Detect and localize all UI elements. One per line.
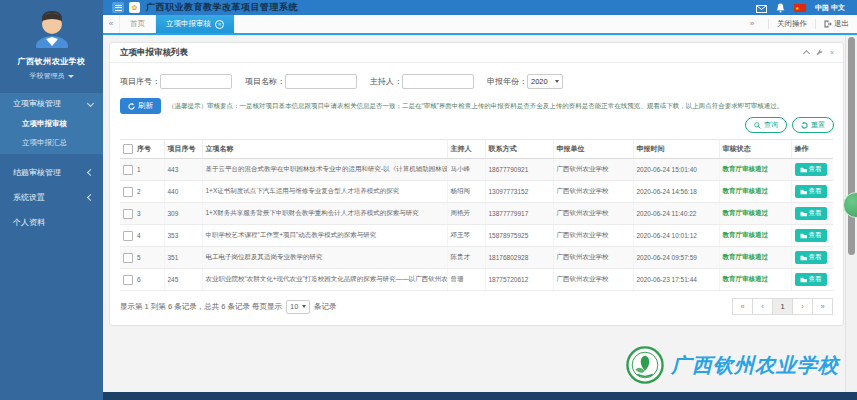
cell-project-no: 245 <box>164 269 202 291</box>
project-name-label: 项目名称： <box>245 76 285 87</box>
row-checkbox[interactable] <box>123 165 133 175</box>
wrench-icon[interactable] <box>816 49 823 57</box>
tab-application-review[interactable]: 立项申报审核 × <box>156 15 235 33</box>
cell-action: 查看 <box>791 269 833 291</box>
cell-organization: 广西钦州农业学校 <box>553 247 633 269</box>
page-next-button[interactable]: › <box>792 298 813 315</box>
cell-apply-time: 2020-06-24 14:56:18 <box>633 181 719 203</box>
reset-button[interactable]: 重置 <box>792 117 834 133</box>
watermark-text: 广西钦州农业学校 <box>671 352 839 379</box>
refresh-button[interactable]: 刷新 <box>120 98 161 114</box>
sidebar-item-conclusion-review-mgmt[interactable]: 结题审核管理 <box>0 162 103 183</box>
sidebar-item-project-review-mgmt[interactable]: 立项审核管理 <box>0 93 103 114</box>
divider <box>768 19 769 29</box>
tabs-scroll-left-icon[interactable]: « <box>103 15 120 33</box>
row-checkbox[interactable] <box>123 209 133 219</box>
row-checkbox[interactable] <box>123 253 133 263</box>
page-size-select[interactable]: 10 <box>286 300 310 314</box>
tab-close-icon[interactable]: × <box>215 20 224 29</box>
table-row: 24401+X证书制度试点下汽车运用与维修专业复合型人才培养模式的探究杨绍闯13… <box>120 181 833 203</box>
scrollbar-thumb[interactable] <box>848 37 855 255</box>
filter-bar: 项目序号： 项目名称： 主持人： 申报年份： 2020 <box>120 74 833 89</box>
table-row: 6245农业职业院校“农耕文化+现代农业”打造校园文化品牌的探索与研究——以广西… <box>120 269 833 291</box>
project-no-input[interactable] <box>160 74 232 89</box>
menu-toggle-button[interactable] <box>112 2 124 13</box>
view-button[interactable]: 查看 <box>795 251 827 264</box>
chevron-down-icon <box>87 100 94 107</box>
page-1-button[interactable]: 1 <box>772 298 793 315</box>
cell-leader: 马小峰 <box>447 159 485 181</box>
cell-organization: 广西钦州农业学校 <box>553 181 633 203</box>
topbar: ✿ 广西职业教育教学改革项目管理系统 ★ 中国 中文 <box>103 0 857 15</box>
view-button[interactable]: 查看 <box>795 273 827 286</box>
chevron-left-icon <box>87 194 94 201</box>
search-button[interactable]: 查询 <box>745 117 787 133</box>
column-header: 立项名称 <box>202 140 447 159</box>
folder-icon <box>800 167 807 173</box>
page-first-button[interactable]: « <box>732 298 753 315</box>
column-header: 申报单位 <box>553 140 633 159</box>
row-checkbox[interactable] <box>123 231 133 241</box>
collapse-panel-icon[interactable] <box>804 49 809 56</box>
bell-icon[interactable] <box>776 0 785 17</box>
close-operations-button[interactable]: 关闭操作 <box>777 19 807 29</box>
records-summary: 显示第 1 到第 6 条记录，总共 6 条记录 每页显示 <box>120 302 282 312</box>
folder-icon <box>800 233 807 239</box>
caret-down-icon <box>302 305 306 308</box>
cell-organization: 广西钦州农业学校 <box>553 203 633 225</box>
leader-input[interactable] <box>402 74 474 89</box>
cell-row-no: 3 <box>120 203 164 225</box>
view-button[interactable]: 查看 <box>795 207 827 220</box>
cell-review-status: 教育厅审核通过 <box>719 225 791 247</box>
cell-review-status: 教育厅审核通过 <box>719 247 791 269</box>
school-emblem-logo <box>626 346 664 384</box>
cell-leader: 杨绍闯 <box>447 181 485 203</box>
language-switcher[interactable]: 中国 中文 <box>815 3 845 13</box>
content-area: 立项申报审核列表 × 项目序号： 项目名称： <box>103 35 857 400</box>
select-all-checkbox[interactable] <box>123 144 133 154</box>
row-checkbox[interactable] <box>123 275 133 285</box>
sidebar-school-name: 广西钦州农业学校 <box>0 56 103 67</box>
cell-organization: 广西钦州农业学校 <box>553 269 633 291</box>
tabs-scroll-right-icon[interactable]: » <box>744 15 760 33</box>
chevron-left-icon <box>87 169 94 176</box>
column-header: 联系方式 <box>485 140 553 159</box>
table-row: 1443基于云平台的混合式教学在中职园林技术专业中的运用和研究-以《计算机辅助园… <box>120 159 833 181</box>
project-name-input[interactable] <box>285 74 357 89</box>
cell-action: 查看 <box>791 225 833 247</box>
view-button[interactable]: 查看 <box>795 185 827 198</box>
sidebar-item-system-settings[interactable]: 系统设置 <box>0 187 103 208</box>
panel-title: 立项申报审核列表 <box>110 47 188 59</box>
cell-action: 查看 <box>791 159 833 181</box>
china-flag-icon: ★ <box>794 4 806 12</box>
mail-icon[interactable] <box>756 0 767 17</box>
view-button[interactable]: 查看 <box>795 163 827 176</box>
project-no-label: 项目序号： <box>120 76 160 87</box>
column-header: 操作 <box>791 140 833 159</box>
refresh-icon <box>128 103 135 110</box>
sidebar-item-application-summary[interactable]: 立项申报汇总 <box>0 133 103 152</box>
logout-icon <box>824 20 832 28</box>
tab-home[interactable]: 首页 <box>120 15 156 33</box>
column-header: 审核状态 <box>719 140 791 159</box>
role-dropdown[interactable]: 学校管理员 <box>0 71 103 81</box>
page-last-button[interactable]: » <box>812 298 833 315</box>
app-logo: ✿ <box>129 2 140 13</box>
view-button[interactable]: 查看 <box>795 229 827 242</box>
sidebar-item-application-review[interactable]: 立项申报审核 <box>0 114 103 133</box>
year-select[interactable]: 2020 <box>527 74 563 89</box>
reset-icon <box>801 122 808 129</box>
column-header: 序号 <box>120 140 164 159</box>
page-prev-button[interactable]: ‹ <box>752 298 773 315</box>
school-watermark: 广西钦州农业学校 <box>626 346 839 384</box>
close-panel-icon[interactable]: × <box>830 49 834 56</box>
cell-review-status: 教育厅审核通过 <box>719 203 791 225</box>
sidebar-item-profile[interactable]: 个人资料 <box>0 212 103 233</box>
cell-leader: 邓玉琴 <box>447 225 485 247</box>
divider <box>815 19 816 29</box>
logout-button[interactable]: 退出 <box>824 19 849 29</box>
cell-project-no: 443 <box>164 159 202 181</box>
row-checkbox[interactable] <box>123 187 133 197</box>
cell-project-title: 1+X证书制度试点下汽车运用与维修专业复合型人才培养模式的探究 <box>202 181 447 203</box>
cell-project-no: 353 <box>164 225 202 247</box>
